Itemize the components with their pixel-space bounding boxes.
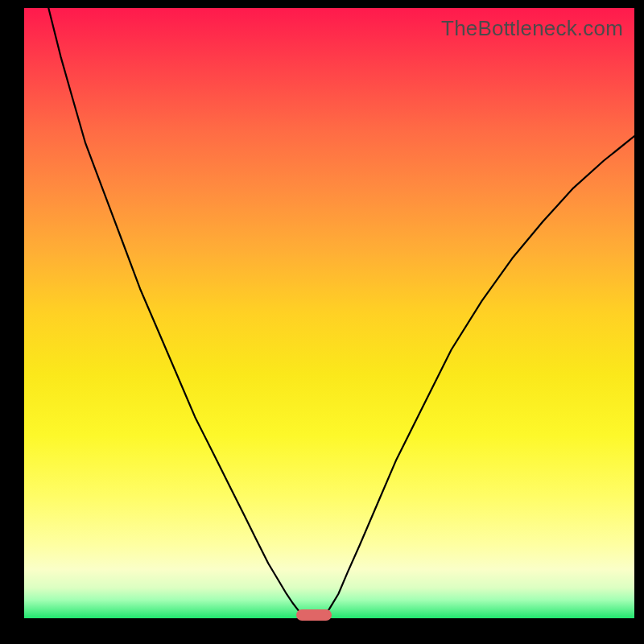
curve-path [48, 8, 634, 617]
bottleneck-curve [24, 8, 634, 618]
chart-plot-area: TheBottleneck.com [24, 8, 634, 618]
chart-frame: TheBottleneck.com [0, 0, 644, 644]
optimal-marker [296, 609, 332, 621]
